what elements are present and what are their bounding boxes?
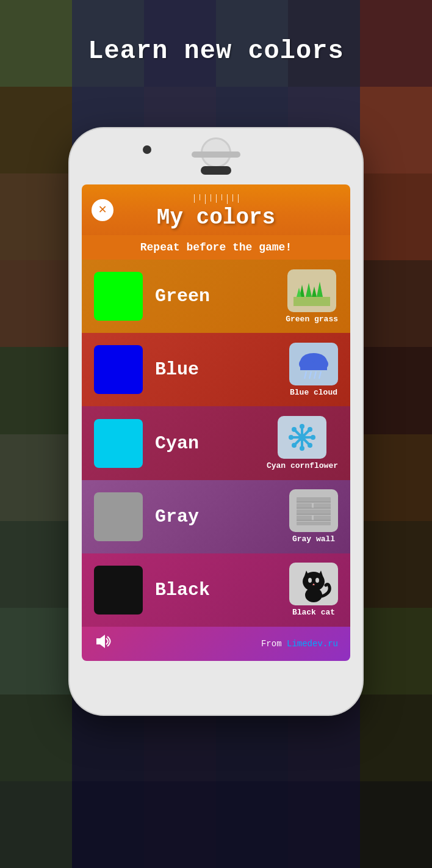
color-swatch-black	[94, 566, 143, 615]
color-row-cyan[interactable]: Cyan	[82, 406, 350, 480]
svg-rect-30	[297, 509, 331, 514]
footer-text: From Limedev.ru	[261, 638, 338, 649]
color-name-gray: Gray	[155, 506, 289, 527]
phone-front-btn	[201, 166, 231, 175]
phone-screen: ✕	[82, 184, 350, 661]
color-image-container-blue: Blue cloud	[289, 343, 338, 397]
color-image-container-green: Green grass	[286, 269, 338, 324]
svg-marker-3	[312, 286, 317, 297]
color-image-label-black: Black cat	[292, 608, 335, 617]
svg-marker-45	[96, 638, 100, 644]
app-subtitle: Repeat before the game!	[82, 235, 350, 260]
svg-point-19	[300, 424, 304, 429]
color-image-container-gray: Gray wall	[289, 489, 338, 544]
svg-rect-28	[297, 503, 312, 508]
svg-rect-31	[297, 516, 312, 520]
phone-camera	[143, 145, 151, 154]
color-swatch-cyan	[94, 419, 143, 468]
color-row-blue[interactable]: Blue	[82, 333, 350, 406]
svg-point-21	[289, 435, 293, 440]
svg-line-12	[314, 371, 316, 379]
svg-point-43	[315, 578, 319, 583]
color-image-gray	[289, 489, 338, 532]
close-icon: ✕	[98, 203, 106, 217]
svg-marker-2	[306, 283, 312, 297]
color-image-container-black: Black cat	[289, 563, 338, 617]
header-top: ✕	[82, 184, 350, 235]
color-list: Green	[82, 260, 350, 627]
color-image-label-green: Green grass	[286, 315, 338, 324]
svg-rect-29	[314, 503, 331, 508]
color-swatch-blue	[94, 345, 143, 394]
svg-point-20	[300, 446, 304, 451]
color-row-black[interactable]: Black	[82, 553, 350, 627]
svg-point-24	[308, 443, 312, 448]
color-image-container-cyan: Cyan cornflower	[267, 416, 338, 470]
svg-rect-32	[314, 516, 331, 520]
svg-line-10	[304, 371, 306, 379]
limedev-link[interactable]: Limedev.ru	[287, 639, 338, 649]
color-image-black	[289, 563, 338, 605]
phone-frame: ✕	[70, 128, 362, 715]
sound-button[interactable]	[94, 633, 113, 655]
color-image-label-cyan: Cyan cornflower	[267, 461, 338, 470]
from-text: From	[261, 639, 287, 649]
color-image-cyan	[278, 416, 326, 459]
phone-speaker	[192, 151, 240, 158]
close-button[interactable]: ✕	[92, 199, 113, 221]
svg-marker-46	[100, 635, 105, 648]
svg-point-25	[308, 427, 312, 432]
color-name-cyan: Cyan	[155, 433, 267, 454]
color-image-label-blue: Blue cloud	[290, 388, 337, 397]
svg-marker-4	[317, 282, 323, 297]
app-footer: From Limedev.ru	[82, 627, 350, 661]
color-row-gray[interactable]: Gray	[82, 480, 350, 553]
color-swatch-gray	[94, 492, 143, 541]
svg-point-23	[292, 427, 297, 432]
color-row-green[interactable]: Green	[82, 260, 350, 333]
svg-rect-27	[297, 497, 331, 502]
app-title: My colors	[157, 205, 275, 230]
svg-point-22	[311, 435, 315, 440]
svg-point-41	[305, 588, 322, 602]
svg-rect-9	[300, 365, 327, 370]
color-swatch-green	[94, 272, 143, 321]
app-content: ✕	[82, 184, 350, 661]
color-name-green: Green	[155, 286, 286, 307]
color-image-label-gray: Gray wall	[292, 534, 335, 544]
page-title: Learn new colors	[0, 37, 432, 66]
color-image-green	[287, 269, 336, 312]
svg-rect-33	[297, 522, 331, 525]
svg-line-13	[319, 371, 321, 379]
color-name-blue: Blue	[155, 359, 289, 380]
color-image-blue	[289, 343, 338, 385]
svg-point-42	[308, 578, 312, 583]
svg-point-26	[292, 443, 297, 448]
app-header: ✕	[82, 184, 350, 260]
svg-line-11	[309, 371, 311, 379]
svg-rect-0	[293, 297, 330, 306]
color-name-black: Black	[155, 580, 289, 600]
